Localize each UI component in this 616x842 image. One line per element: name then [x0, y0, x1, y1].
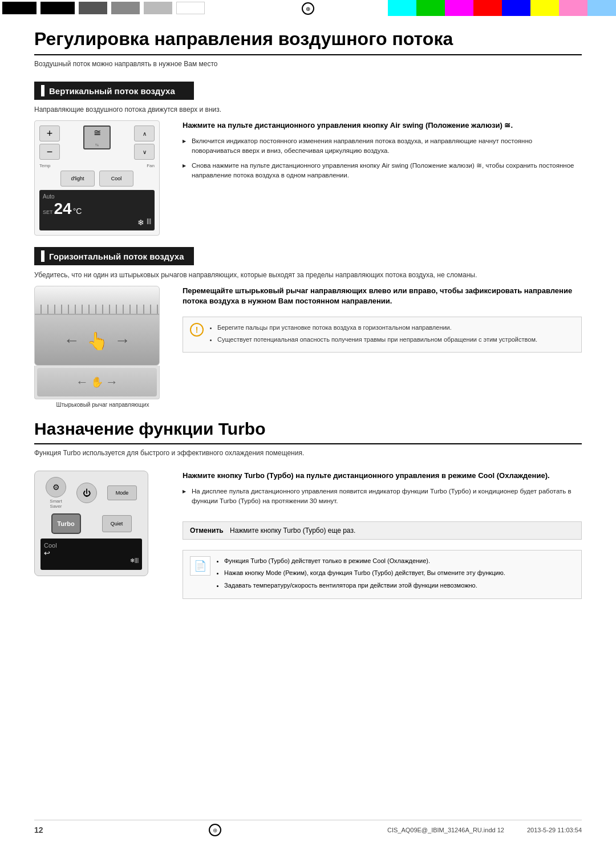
- minus-button[interactable]: −: [39, 144, 60, 160]
- warning-icon: !: [190, 323, 204, 337]
- cancel-box: Отменить Нажмите кнопку Turbo (Турбо) ещ…: [183, 521, 582, 540]
- horizontal-description: Убедитесь, что ни один из штырьковых рыч…: [34, 271, 582, 279]
- warning-text: Берегите пальцы при установке потока воз…: [208, 323, 574, 346]
- plus-button[interactable]: +: [39, 126, 60, 141]
- display-icons: ❄ |||: [43, 218, 151, 227]
- vertical-bullet-1: Включится индикатор постоянного изменени…: [183, 136, 582, 156]
- horizontal-section-header: Горизонтальный поток воздуха: [34, 247, 194, 265]
- compass-icon-bottom: ⊕: [209, 824, 221, 836]
- vertical-bullet-2: Снова нажмите на пульте дистанционного у…: [183, 161, 582, 181]
- horizontal-section-label: Горизонтальный поток воздуха: [49, 252, 184, 261]
- display-cool-mode: Cool: [44, 542, 139, 549]
- turbo-btn-label: Turbo: [57, 520, 74, 527]
- smart-saver-label: SmartSaver: [50, 499, 62, 509]
- display-arrow: ↩: [44, 549, 139, 557]
- note-list: Функция Turbo (Турбо) действует только в…: [215, 556, 574, 593]
- note-item-3: Задавать температуру/скорость вентилятор…: [224, 581, 574, 591]
- fan-up-button[interactable]: ∧: [134, 126, 155, 141]
- remote-display: Auto SET 24 °C ❄ |||: [39, 190, 155, 230]
- fan-label: Fan: [147, 163, 155, 168]
- turbo-btn-group: Turbo: [51, 513, 81, 534]
- temp-unit: °C: [73, 207, 82, 216]
- horizontal-right-col: Перемещайте штырьковый рычаг направляющи…: [183, 286, 582, 353]
- note-box: 📄 Функция Turbo (Турбо) действует только…: [183, 550, 582, 600]
- airswing-button[interactable]: ≅↑↓: [83, 126, 111, 149]
- turbo-instruction: Нажмите кнопку Turbo (Турбо) на пульте д…: [183, 471, 582, 481]
- turbo-title: Назначение функции Turbo: [34, 419, 582, 444]
- footer-info: CIS_AQ09E@_IBIM_31246A_RU.indd 12 2013-5…: [387, 827, 582, 833]
- horizontal-arrow-right-icon: →: [106, 375, 118, 390]
- ac-unit-label: Штырьковый рычаг направляющих: [34, 402, 171, 408]
- fan-down-button[interactable]: ∨: [134, 144, 155, 160]
- vertical-bullets: Включится индикатор постоянного изменени…: [183, 136, 582, 180]
- vertical-description: Направляющие воздушного потока движутся …: [34, 106, 582, 114]
- turbo-button[interactable]: Turbo: [51, 513, 81, 534]
- color-swatch-black1: [2, 2, 37, 14]
- turbo-intro: Функция Turbo используется для быстрого …: [34, 449, 582, 457]
- power-button[interactable]: ⏻: [76, 483, 97, 503]
- set-label: SET: [43, 209, 53, 215]
- cancel-label: Отменить: [190, 527, 224, 535]
- color-swatch-blue: [502, 0, 530, 16]
- quiet-label: Quiet: [111, 521, 123, 527]
- smart-saver-btn-group: ⚙ SmartSaver: [46, 477, 66, 509]
- turbo-remote-row1: ⚙ SmartSaver ⏻ Mode: [40, 477, 142, 509]
- vertical-section-label: Вертикальный поток воздуха: [49, 86, 175, 96]
- quiet-button[interactable]: Quiet: [102, 515, 132, 532]
- page-content: Регулировка направления воздушного поток…: [0, 17, 616, 645]
- ac-unit-top-image: ← 👆 →: [34, 286, 160, 366]
- horizontal-content-row: ← 👆 → ← ✋ → Штырьковый рычаг направляющи…: [34, 286, 582, 408]
- display-icons-bottom: ❄|||: [44, 557, 139, 564]
- turbo-left-col: ⚙ SmartSaver ⏻ Mode: [34, 471, 171, 576]
- dlight-button[interactable]: d'light: [60, 171, 95, 187]
- vertical-instruction: Нажмите на пульте дистанционного управле…: [183, 120, 582, 131]
- color-swatch-ltblue: [587, 0, 616, 16]
- color-swatch-dark: [79, 2, 107, 14]
- remote-control-image: + − ≅↑↓ ∧ ∨: [34, 120, 160, 236]
- turbo-bullet-1: На дисплее пульта дистанционного управле…: [183, 487, 582, 507]
- color-swatch-white: [176, 2, 205, 14]
- hand-icon: ✋: [91, 376, 103, 388]
- mode-button[interactable]: Mode: [107, 485, 137, 500]
- vertical-right-col: Нажмите на пульте дистанционного управле…: [183, 120, 582, 185]
- turbo-display: Cool ↩ ❄|||: [40, 539, 142, 570]
- warning-item-1: Берегите пальцы при установке потока воз…: [217, 323, 574, 333]
- note-item-1: Функция Turbo (Турбо) действует только в…: [224, 556, 574, 566]
- color-swatch-magenta: [445, 0, 473, 16]
- page-title: Регулировка направления воздушного поток…: [34, 29, 582, 55]
- compass-icon-top: ⊕: [302, 2, 314, 15]
- color-swatch-black2: [40, 2, 75, 14]
- color-swatch-pink: [559, 0, 587, 16]
- color-swatch-red: [473, 0, 502, 16]
- file-info: CIS_AQ09E@_IBIM_31246A_RU.indd 12: [387, 827, 504, 833]
- finger-pointer-icon: 👆: [87, 331, 108, 351]
- color-bar-right: [388, 0, 616, 16]
- horizontal-instruction: Перемещайте штырьковый рычаг направляющи…: [183, 286, 582, 306]
- turbo-bullets: На дисплее пульта дистанционного управле…: [183, 487, 582, 507]
- arrow-right-icon: →: [115, 331, 131, 350]
- turbo-content-row: ⚙ SmartSaver ⏻ Mode: [34, 471, 582, 599]
- mode-label: Mode: [116, 490, 129, 496]
- color-swatch-light: [144, 2, 172, 14]
- section1-intro: Воздушный поток можно направлять в нужно…: [34, 60, 582, 68]
- vertical-content-row: + − ≅↑↓ ∧ ∨: [34, 120, 582, 236]
- temp-label: Temp: [39, 163, 51, 168]
- turbo-remote-row2: Turbo Quiet: [40, 513, 142, 534]
- turbo-remote: ⚙ SmartSaver ⏻ Mode: [34, 471, 148, 576]
- power-btn-group: ⏻: [76, 483, 97, 503]
- horizontal-arrow-left-icon: ←: [76, 375, 88, 390]
- page-number: 12: [34, 825, 43, 835]
- color-bar-top: ⊕: [0, 0, 616, 16]
- note-item-2: Нажав кнопку Mode (Режим), когда функция…: [224, 568, 574, 578]
- turbo-right-col: Нажмите кнопку Turbo (Турбо) на пульте д…: [183, 471, 582, 599]
- color-swatch-green: [416, 0, 445, 16]
- color-swatch-cyan: [388, 0, 416, 16]
- smart-saver-button[interactable]: ⚙: [46, 477, 66, 497]
- horizontal-left-col: ← 👆 → ← ✋ → Штырьковый рычаг направляющи…: [34, 286, 171, 408]
- turbo-section: Назначение функции Turbo Функция Turbo и…: [34, 419, 582, 599]
- quiet-btn-group: Quiet: [102, 515, 132, 532]
- temp-display: 24: [54, 200, 72, 218]
- page-footer: 12 ⊕ CIS_AQ09E@_IBIM_31246A_RU.indd 12 2…: [34, 820, 582, 836]
- warning-box: ! Берегите пальцы при установке потока в…: [183, 317, 582, 353]
- color-swatch-yellow: [530, 0, 559, 16]
